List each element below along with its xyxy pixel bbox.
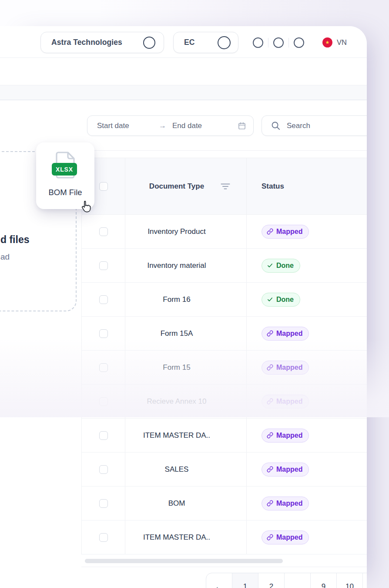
table-row[interactable]: ITEM MASTER DA..Mapped (82, 419, 367, 453)
status-label: Done (276, 296, 294, 304)
row-checkbox[interactable] (99, 363, 108, 372)
status-label: Mapped (276, 228, 302, 236)
top-bar: Astra Technologies EC ★ VN (0, 26, 367, 58)
pagination-page-1[interactable]: 1 (232, 573, 258, 588)
status-label: Mapped (276, 364, 302, 372)
filter-icon[interactable] (221, 183, 230, 190)
table-row[interactable]: Recieve Annex 10Mapped (82, 385, 367, 419)
status-badge-mapped: Mapped (262, 395, 309, 409)
pagination: ←12...910 (206, 573, 367, 588)
pagination-prev-button[interactable]: ← (206, 573, 232, 588)
check-icon (267, 262, 273, 269)
status-badge-mapped: Mapped (262, 429, 309, 443)
divider (268, 38, 268, 47)
row-checkbox[interactable] (99, 329, 108, 338)
status-badge-mapped: Mapped (262, 327, 309, 341)
search-input[interactable]: Search (262, 115, 367, 136)
status-badge-done: Done (262, 259, 300, 273)
language-selector[interactable]: ★ VN (322, 32, 347, 53)
table-row[interactable]: BOMMapped (82, 487, 367, 520)
hand-cursor-icon (79, 200, 92, 216)
vietnam-flag-icon: ★ (322, 37, 332, 47)
entity-selector[interactable]: EC (173, 32, 238, 53)
documents-table: Document Type Status Inventory ProductMa… (81, 150, 367, 554)
link-icon (267, 534, 273, 541)
toolbar-strip (0, 85, 367, 100)
document-type-cell: Form 15 (125, 363, 246, 372)
organization-avatar-circle-icon (143, 37, 155, 49)
status-label: Mapped (276, 432, 302, 439)
organization-label: Astra Technologies (51, 38, 122, 47)
link-icon (267, 228, 273, 235)
table-row[interactable]: SALESMapped (82, 453, 367, 487)
drag-preview-card: XLSX BOM File (36, 142, 94, 209)
status-badge-done: Done (262, 293, 300, 307)
topbar-circle-icon-2[interactable] (273, 37, 284, 48)
link-icon (267, 500, 273, 507)
pagination-ellipsis[interactable]: ... (285, 573, 311, 588)
entity-label: EC (184, 38, 195, 47)
link-icon (267, 364, 273, 371)
status-badge-mapped: Mapped (262, 361, 309, 375)
status-badge-mapped: Mapped (262, 497, 309, 510)
dropzone-heading-fragment: d files (0, 234, 29, 246)
status-label: Done (276, 262, 294, 270)
table-row[interactable]: Form 15Mapped (82, 351, 367, 385)
start-date-field[interactable]: Start date (97, 122, 159, 130)
status-badge-mapped: Mapped (262, 531, 309, 544)
document-type-cell: Inventory material (125, 261, 246, 270)
pagination-page-2[interactable]: 2 (258, 573, 285, 588)
page: Astra Technologies EC ★ VN Star (0, 0, 389, 588)
status-label: Mapped (276, 534, 302, 541)
row-checkbox[interactable] (99, 431, 108, 440)
table-top-spacer (82, 151, 367, 158)
table-row[interactable]: Form 16Done (82, 283, 367, 317)
status-badge-mapped: Mapped (262, 463, 309, 476)
link-icon (267, 466, 273, 473)
table-row[interactable]: ITEM MASTER DA..Mapped (82, 520, 367, 554)
topbar-circle-icon-3[interactable] (294, 37, 304, 48)
link-icon (267, 330, 273, 337)
organization-selector[interactable]: Astra Technologies (40, 32, 164, 53)
document-type-cell: Form 16 (125, 295, 246, 304)
check-icon (267, 296, 273, 303)
date-range-picker[interactable]: Start date → End date (87, 115, 254, 136)
row-checkbox[interactable] (99, 465, 108, 474)
status-label: Mapped (276, 330, 302, 338)
row-checkbox[interactable] (99, 499, 108, 508)
range-arrow-icon: → (159, 122, 166, 130)
pagination-next-button-clipped[interactable] (363, 573, 367, 588)
status-label: Mapped (276, 500, 302, 507)
row-checkbox[interactable] (99, 261, 108, 270)
table-header-row: Document Type Status (82, 158, 367, 215)
search-icon (271, 121, 281, 131)
table-row[interactable]: Form 15AMapped (82, 317, 367, 351)
document-type-cell: SALES (125, 465, 246, 474)
select-all-checkbox[interactable] (99, 182, 108, 191)
drag-file-name: BOM File (36, 188, 94, 197)
divider (81, 567, 367, 567)
status-label: Mapped (276, 466, 302, 473)
document-type-cell: Form 15A (125, 329, 246, 338)
row-checkbox[interactable] (99, 227, 108, 236)
end-date-field[interactable]: End date (172, 122, 238, 130)
horizontal-scrollbar-thumb[interactable] (85, 559, 283, 563)
row-checkbox[interactable] (99, 295, 108, 304)
topbar-circle-icon-1[interactable] (253, 37, 263, 48)
xlsx-file-type-badge: XLSX (52, 163, 77, 176)
calendar-icon (238, 122, 246, 130)
pagination-page-9[interactable]: 9 (311, 573, 337, 588)
table-row[interactable]: Inventory materialDone (82, 249, 367, 283)
row-checkbox[interactable] (99, 397, 108, 406)
document-type-cell: ITEM MASTER DA.. (125, 533, 246, 542)
pagination-page-10[interactable]: 10 (337, 573, 363, 588)
entity-avatar-circle-icon (218, 36, 231, 49)
document-type-cell: ITEM MASTER DA.. (125, 431, 246, 440)
topbar-icon-group (253, 32, 304, 53)
divider (288, 38, 289, 47)
link-icon (267, 432, 273, 439)
table-row[interactable]: Inventory ProductMapped (82, 215, 367, 249)
subheader-section (0, 58, 367, 85)
row-checkbox[interactable] (99, 533, 108, 542)
document-type-cell: Inventory Product (125, 227, 246, 236)
